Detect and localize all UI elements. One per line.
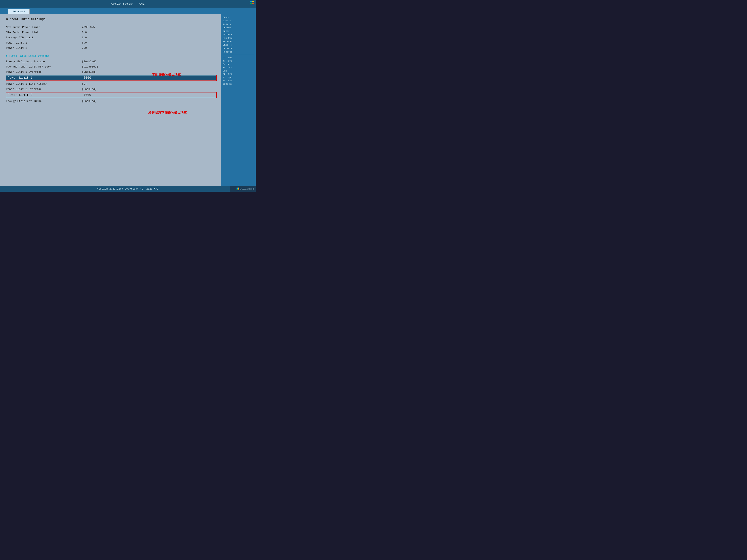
value-max-turbo-power: 4095.875: [82, 26, 95, 29]
label-power-limit-1-time: Power Limit 1 Time Window: [6, 82, 82, 85]
sidebar-line-8: PACKAGI: [223, 40, 254, 43]
shortcut-f2: F2: Pre: [223, 73, 254, 76]
setting-row-energy-efficient-pstate[interactable]: Energy Efficient P-state [Enabled]: [6, 59, 217, 64]
svg-rect-1: [252, 1, 254, 2]
shortcut-f3: F3: Opt: [223, 76, 254, 79]
label-energy-efficient-pstate: Energy Efficient P-state: [6, 60, 82, 63]
value-energy-efficient-turbo: [Enabled]: [82, 100, 97, 103]
value-min-turbo-power: 0.0: [82, 31, 87, 34]
value-power-limit-1-override: [Enabled]: [82, 71, 97, 74]
value-pkg-power-msr: [Disabled]: [82, 65, 98, 68]
value-package-tdp: 6.0: [82, 36, 87, 39]
label-pkg-power-msr: Package Power Limit MSR Lock: [6, 65, 82, 68]
shortcut-enter: Enter:: [223, 63, 254, 66]
setting-row-package-tdp: Package TDP Limit 6.0: [6, 35, 217, 40]
label-power-limit-1-info: Power Limit 1: [6, 41, 82, 44]
sidebar-line-7: Min Pou: [223, 36, 254, 40]
header-title: Aptio Setup – AMI: [111, 2, 145, 6]
main-layout: Current Turbo Settings Max Turbo Power L…: [0, 14, 256, 186]
value-power-limit-1-time: [0]: [82, 82, 87, 85]
sidebar-line-2: BIOS w: [223, 19, 254, 22]
setting-row-power-limit-1[interactable]: Power Limit 1 6000: [6, 75, 217, 81]
value-power-limit-2-override: [Enabled]: [82, 88, 97, 91]
svg-rect-4: [236, 188, 238, 189]
setting-row-pkg-power-msr[interactable]: Package Power Limit MSR Lock [Disabled]: [6, 64, 217, 69]
sidebar-line-1: Power: [223, 16, 254, 19]
shortcut-ud: ↑↓: Sel: [223, 59, 254, 63]
label-max-turbo-power: Max Turbo Power Limit: [6, 26, 82, 29]
setting-row-max-turbo-power: Max Turbo Power Limit 4095.875: [6, 25, 217, 30]
svg-rect-3: [252, 3, 254, 4]
sidebar: Power BIOS w 1/8W w custom enter Value r…: [221, 14, 256, 186]
footer-text: Version 2.22.1287 Copyright (C) 2023 AMI: [97, 188, 159, 190]
annotation-normal-power: 平时能跑的最大功率: [152, 73, 181, 77]
svg-rect-6: [236, 189, 238, 190]
windows-logo-bottom: Windows系统镜像: [230, 186, 256, 192]
footer-bar: Version 2.22.1287 Copyright (C) 2023 AMI…: [0, 186, 256, 192]
setting-row-power-limit-2-override[interactable]: Power Limit 2 Override [Enabled]: [6, 86, 217, 92]
shortcut-plusminus: +/-: Ch: [223, 66, 254, 69]
label-power-limit-2-info: Power Limit 2: [6, 47, 82, 50]
setting-row-energy-efficient-turbo[interactable]: Energy Efficient Turbo [Enabled]: [6, 99, 217, 104]
turbo-ratio-label: Turbo Ratio Limit Options: [9, 55, 49, 57]
shortcut-esc: ESC: Ex: [223, 82, 254, 86]
header-bar: Aptio Setup – AMI: [0, 0, 256, 7]
tab-bar: Advanced: [0, 7, 256, 14]
setting-row-min-turbo-power: Min Turbo Power Limit 0.0: [6, 30, 217, 35]
value-power-limit-1: 6000: [83, 76, 103, 80]
sidebar-divider: [223, 55, 254, 55]
content-panel: Current Turbo Settings Max Turbo Power L…: [0, 14, 221, 186]
setting-row-power-limit-1-info: Power Limit 1 6.0: [6, 40, 217, 45]
sidebar-line-5: enter: [223, 29, 254, 33]
turbo-ratio-row[interactable]: ► Turbo Ratio Limit Options: [6, 53, 217, 58]
setting-row-power-limit-1-override[interactable]: Power Limit 1 Override [Enabled]: [6, 69, 217, 75]
label-package-tdp: Package TDP Limit: [6, 36, 82, 39]
sidebar-line-4: custom: [223, 26, 254, 29]
svg-rect-5: [238, 188, 239, 189]
label-power-limit-1-override: Power Limit 1 Override: [6, 71, 82, 74]
shortcut-f4: F4: Sav: [223, 79, 254, 82]
windows-label: Windows系统镜像: [240, 188, 254, 190]
value-power-limit-2: 7000: [83, 93, 91, 97]
section-title: Current Turbo Settings: [6, 18, 217, 21]
windows-icon-bottom: [236, 188, 239, 190]
sidebar-line-10: betweer: [223, 47, 254, 50]
windows-logo-top: [250, 1, 254, 4]
label-power-limit-2-override: Power Limit 2 Override: [6, 88, 82, 91]
label-power-limit-2: Power Limit 2: [7, 93, 83, 97]
shortcut-gen: Gen: [223, 69, 254, 73]
sidebar-line-9: SKUs: T: [223, 43, 254, 47]
setting-row-power-limit-2-info: Power Limit 2 7.0: [6, 45, 217, 51]
windows-icon: [250, 1, 254, 4]
sidebar-line-6: Value r: [223, 33, 254, 36]
svg-rect-2: [250, 3, 252, 4]
svg-rect-0: [250, 1, 252, 2]
value-power-limit-2-info: 7.0: [82, 47, 87, 50]
sidebar-line-3: 1/8W w: [223, 23, 254, 26]
label-energy-efficient-turbo: Energy Efficient Turbo: [6, 100, 82, 103]
label-min-turbo-power: Min Turbo Power Limit: [6, 31, 82, 34]
shortcut-lr: ←→: Sel: [223, 56, 254, 59]
value-energy-efficient-pstate: [Enabled]: [82, 60, 97, 63]
arrow-icon: ►: [6, 54, 7, 57]
tab-advanced[interactable]: Advanced: [8, 9, 30, 14]
annotation-max-power: 极限状态下能跑的最大功率: [149, 111, 187, 115]
sidebar-line-11: Process: [223, 50, 254, 54]
setting-row-power-limit-1-time[interactable]: Power Limit 1 Time Window [0]: [6, 81, 217, 86]
svg-rect-7: [238, 189, 239, 190]
setting-row-power-limit-2[interactable]: Power Limit 2 7000: [6, 92, 217, 98]
value-power-limit-1-info: 6.0: [82, 41, 87, 44]
label-power-limit-1: Power Limit 1: [7, 76, 83, 80]
sidebar-help-text: Power BIOS w 1/8W w custom enter Value r…: [223, 16, 254, 54]
